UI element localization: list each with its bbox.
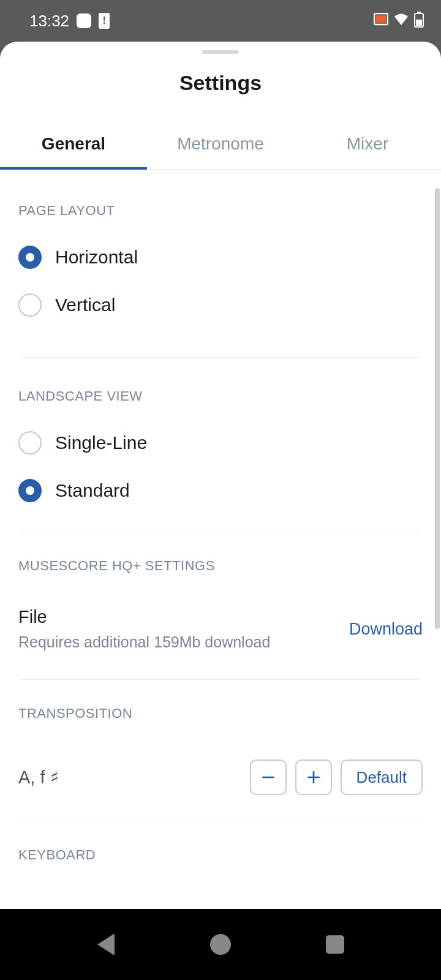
radio-icon [18, 431, 42, 454]
radio-horizontal[interactable]: Horizontal [18, 233, 423, 281]
radio-single-line[interactable]: Single-Line [18, 419, 423, 467]
status-right [374, 12, 424, 30]
hq-file-row: File Requires additional 159Mb download … [18, 589, 423, 662]
radio-standard[interactable]: Standard [18, 467, 423, 514]
radio-icon [18, 479, 42, 502]
nav-recent-button[interactable] [322, 932, 348, 957]
radio-horizontal-label: Horizontal [55, 247, 138, 268]
page-title: Settings [0, 54, 441, 121]
download-button[interactable]: Download [349, 620, 423, 639]
wifi-icon [393, 13, 409, 29]
radio-icon [18, 293, 42, 317]
status-left: 13:32 ! [29, 12, 110, 31]
sd-alert-icon: ! [99, 13, 110, 29]
radio-standard-label: Standard [55, 480, 130, 501]
section-transposition-header: TRANSPOSITION [18, 680, 423, 736]
scrollbar[interactable] [435, 188, 440, 629]
tab-mixer[interactable]: Mixer [294, 121, 441, 169]
settings-sheet: Settings General Metronome Mixer PAGE LA… [0, 42, 441, 909]
transpose-default-button[interactable]: Default [341, 760, 423, 795]
transpose-minus-button[interactable] [250, 760, 287, 795]
transpose-plus-button[interactable] [295, 760, 332, 795]
svg-rect-1 [376, 15, 386, 23]
cast-icon [374, 13, 388, 29]
transposition-value: A, f ♯ [18, 767, 59, 788]
hq-file-sub: Requires additional 159Mb download [18, 633, 270, 651]
section-landscape-header: LANDSCAPE VIEW [18, 358, 423, 419]
nav-back-button[interactable] [93, 932, 119, 957]
section-hq-header: MUSESCORE HQ+ SETTINGS [18, 532, 423, 589]
back-icon [97, 933, 115, 956]
status-indicator-icon [77, 13, 91, 28]
radio-icon [18, 246, 42, 269]
tabs: General Metronome Mixer [0, 121, 441, 170]
tab-general[interactable]: General [0, 121, 147, 170]
nav-bar [0, 909, 441, 980]
battery-icon [414, 12, 424, 30]
radio-single-line-label: Single-Line [55, 432, 147, 453]
svg-rect-4 [416, 20, 422, 26]
tab-metronome[interactable]: Metronome [147, 121, 294, 169]
home-icon [210, 934, 231, 955]
status-time: 13:32 [29, 12, 69, 31]
section-keyboard-header: KEYBOARD [18, 821, 423, 878]
status-bar: 13:32 ! [0, 0, 441, 42]
nav-home-button[interactable] [208, 932, 233, 957]
hq-file-title: File [18, 607, 270, 627]
section-page-layout-header: PAGE LAYOUT [18, 170, 423, 233]
settings-content[interactable]: PAGE LAYOUT Horizontal Vertical LANDSCAP… [0, 170, 441, 909]
radio-vertical-label: Vertical [55, 295, 115, 315]
recent-icon [326, 935, 344, 954]
transposition-row: A, f ♯ Default [18, 736, 423, 809]
radio-vertical[interactable]: Vertical [18, 281, 423, 329]
